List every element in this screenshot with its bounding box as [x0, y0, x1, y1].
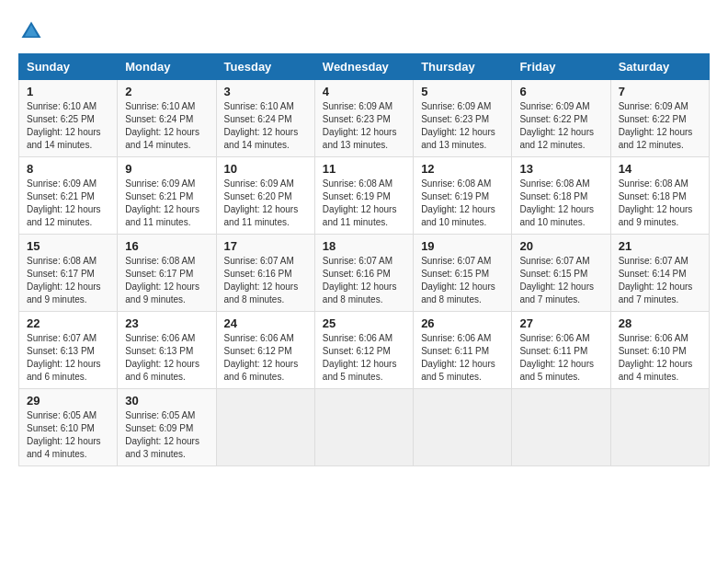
- calendar-week-4: 22Sunrise: 6:07 AM Sunset: 6:13 PM Dayli…: [19, 312, 710, 389]
- day-cell-8: 8Sunrise: 6:09 AM Sunset: 6:21 PM Daylig…: [19, 157, 118, 235]
- day-cell-17: 17Sunrise: 6:07 AM Sunset: 6:16 PM Dayli…: [216, 235, 314, 312]
- empty-cell: [216, 389, 314, 466]
- day-number: 15: [27, 239, 109, 253]
- day-number: 14: [619, 162, 701, 176]
- day-cell-3: 3Sunrise: 6:10 AM Sunset: 6:24 PM Daylig…: [216, 80, 314, 157]
- page-header: [18, 18, 710, 44]
- day-info: Sunrise: 6:05 AM Sunset: 6:10 PM Dayligh…: [27, 409, 109, 461]
- day-cell-13: 13Sunrise: 6:08 AM Sunset: 6:18 PM Dayli…: [512, 157, 610, 235]
- day-number: 13: [519, 162, 602, 176]
- day-cell-15: 15Sunrise: 6:08 AM Sunset: 6:17 PM Dayli…: [19, 235, 118, 312]
- day-info: Sunrise: 6:09 AM Sunset: 6:23 PM Dayligh…: [323, 100, 405, 152]
- calendar-week-1: 1Sunrise: 6:10 AM Sunset: 6:25 PM Daylig…: [19, 80, 710, 157]
- header-saturday: Saturday: [610, 54, 709, 80]
- day-cell-6: 6Sunrise: 6:09 AM Sunset: 6:22 PM Daylig…: [512, 80, 610, 157]
- day-info: Sunrise: 6:09 AM Sunset: 6:20 PM Dayligh…: [224, 178, 307, 229]
- calendar-header-row: SundayMondayTuesdayWednesdayThursdayFrid…: [19, 54, 710, 80]
- day-number: 6: [519, 85, 602, 98]
- day-info: Sunrise: 6:06 AM Sunset: 6:11 PM Dayligh…: [519, 332, 602, 384]
- empty-cell: [512, 389, 610, 466]
- day-cell-28: 28Sunrise: 6:06 AM Sunset: 6:10 PM Dayli…: [610, 312, 709, 389]
- day-cell-19: 19Sunrise: 6:07 AM Sunset: 6:15 PM Dayli…: [414, 235, 512, 312]
- day-info: Sunrise: 6:08 AM Sunset: 6:17 PM Dayligh…: [125, 255, 208, 306]
- day-number: 3: [224, 85, 307, 98]
- day-cell-26: 26Sunrise: 6:06 AM Sunset: 6:11 PM Dayli…: [414, 312, 512, 389]
- day-number: 21: [619, 239, 701, 253]
- day-number: 20: [519, 239, 602, 253]
- day-info: Sunrise: 6:10 AM Sunset: 6:24 PM Dayligh…: [125, 100, 208, 152]
- day-info: Sunrise: 6:05 AM Sunset: 6:09 PM Dayligh…: [125, 409, 208, 461]
- day-cell-16: 16Sunrise: 6:08 AM Sunset: 6:17 PM Dayli…: [118, 235, 216, 312]
- day-number: 22: [27, 316, 109, 330]
- day-info: Sunrise: 6:06 AM Sunset: 6:10 PM Dayligh…: [619, 332, 701, 384]
- logo: [18, 18, 48, 44]
- day-number: 11: [323, 162, 405, 176]
- day-number: 27: [519, 316, 602, 330]
- day-number: 18: [323, 239, 405, 253]
- day-number: 5: [421, 85, 504, 98]
- day-number: 25: [323, 316, 405, 330]
- day-cell-22: 22Sunrise: 6:07 AM Sunset: 6:13 PM Dayli…: [19, 312, 118, 389]
- header-sunday: Sunday: [19, 54, 118, 80]
- empty-cell: [610, 389, 709, 466]
- day-cell-5: 5Sunrise: 6:09 AM Sunset: 6:23 PM Daylig…: [414, 80, 512, 157]
- calendar-week-2: 8Sunrise: 6:09 AM Sunset: 6:21 PM Daylig…: [19, 157, 710, 235]
- day-cell-23: 23Sunrise: 6:06 AM Sunset: 6:13 PM Dayli…: [118, 312, 216, 389]
- day-cell-21: 21Sunrise: 6:07 AM Sunset: 6:14 PM Dayli…: [610, 235, 709, 312]
- day-cell-18: 18Sunrise: 6:07 AM Sunset: 6:16 PM Dayli…: [314, 235, 413, 312]
- day-info: Sunrise: 6:07 AM Sunset: 6:16 PM Dayligh…: [323, 255, 405, 306]
- day-number: 4: [323, 85, 405, 98]
- day-number: 23: [125, 316, 208, 330]
- day-number: 17: [224, 239, 307, 253]
- day-number: 1: [27, 85, 109, 98]
- day-cell-14: 14Sunrise: 6:08 AM Sunset: 6:18 PM Dayli…: [610, 157, 709, 235]
- day-info: Sunrise: 6:09 AM Sunset: 6:22 PM Dayligh…: [519, 100, 602, 152]
- day-info: Sunrise: 6:09 AM Sunset: 6:23 PM Dayligh…: [421, 100, 504, 152]
- day-info: Sunrise: 6:07 AM Sunset: 6:15 PM Dayligh…: [421, 255, 504, 306]
- day-number: 26: [421, 316, 504, 330]
- day-cell-11: 11Sunrise: 6:08 AM Sunset: 6:19 PM Dayli…: [314, 157, 413, 235]
- day-info: Sunrise: 6:08 AM Sunset: 6:18 PM Dayligh…: [619, 178, 701, 229]
- day-number: 19: [421, 239, 504, 253]
- day-cell-30: 30Sunrise: 6:05 AM Sunset: 6:09 PM Dayli…: [118, 389, 216, 466]
- day-cell-25: 25Sunrise: 6:06 AM Sunset: 6:12 PM Dayli…: [314, 312, 413, 389]
- header-monday: Monday: [118, 54, 216, 80]
- day-cell-1: 1Sunrise: 6:10 AM Sunset: 6:25 PM Daylig…: [19, 80, 118, 157]
- day-info: Sunrise: 6:08 AM Sunset: 6:19 PM Dayligh…: [323, 178, 405, 229]
- day-info: Sunrise: 6:10 AM Sunset: 6:24 PM Dayligh…: [224, 100, 307, 152]
- empty-cell: [314, 389, 413, 466]
- day-cell-20: 20Sunrise: 6:07 AM Sunset: 6:15 PM Dayli…: [512, 235, 610, 312]
- day-cell-27: 27Sunrise: 6:06 AM Sunset: 6:11 PM Dayli…: [512, 312, 610, 389]
- day-number: 28: [619, 316, 701, 330]
- header-tuesday: Tuesday: [216, 54, 314, 80]
- day-info: Sunrise: 6:08 AM Sunset: 6:18 PM Dayligh…: [519, 178, 602, 229]
- day-cell-4: 4Sunrise: 6:09 AM Sunset: 6:23 PM Daylig…: [314, 80, 413, 157]
- day-info: Sunrise: 6:10 AM Sunset: 6:25 PM Dayligh…: [27, 100, 109, 152]
- day-number: 8: [27, 162, 109, 176]
- day-info: Sunrise: 6:08 AM Sunset: 6:19 PM Dayligh…: [421, 178, 504, 229]
- day-cell-2: 2Sunrise: 6:10 AM Sunset: 6:24 PM Daylig…: [118, 80, 216, 157]
- day-cell-29: 29Sunrise: 6:05 AM Sunset: 6:10 PM Dayli…: [19, 389, 118, 466]
- day-number: 9: [125, 162, 208, 176]
- day-info: Sunrise: 6:07 AM Sunset: 6:15 PM Dayligh…: [519, 255, 602, 306]
- day-number: 24: [224, 316, 307, 330]
- day-cell-9: 9Sunrise: 6:09 AM Sunset: 6:21 PM Daylig…: [118, 157, 216, 235]
- day-number: 10: [224, 162, 307, 176]
- day-number: 7: [619, 85, 701, 98]
- day-number: 29: [27, 394, 109, 408]
- calendar-table: SundayMondayTuesdayWednesdayThursdayFrid…: [18, 53, 710, 466]
- header-thursday: Thursday: [414, 54, 512, 80]
- empty-cell: [414, 389, 512, 466]
- day-info: Sunrise: 6:06 AM Sunset: 6:12 PM Dayligh…: [224, 332, 307, 384]
- day-info: Sunrise: 6:09 AM Sunset: 6:22 PM Dayligh…: [619, 100, 701, 152]
- header-wednesday: Wednesday: [314, 54, 413, 80]
- day-cell-10: 10Sunrise: 6:09 AM Sunset: 6:20 PM Dayli…: [216, 157, 314, 235]
- day-number: 30: [125, 394, 208, 408]
- day-info: Sunrise: 6:06 AM Sunset: 6:13 PM Dayligh…: [125, 332, 208, 384]
- day-number: 2: [125, 85, 208, 98]
- day-cell-7: 7Sunrise: 6:09 AM Sunset: 6:22 PM Daylig…: [610, 80, 709, 157]
- logo-icon: [18, 18, 44, 44]
- day-info: Sunrise: 6:09 AM Sunset: 6:21 PM Dayligh…: [27, 178, 109, 229]
- day-info: Sunrise: 6:06 AM Sunset: 6:11 PM Dayligh…: [421, 332, 504, 384]
- day-number: 16: [125, 239, 208, 253]
